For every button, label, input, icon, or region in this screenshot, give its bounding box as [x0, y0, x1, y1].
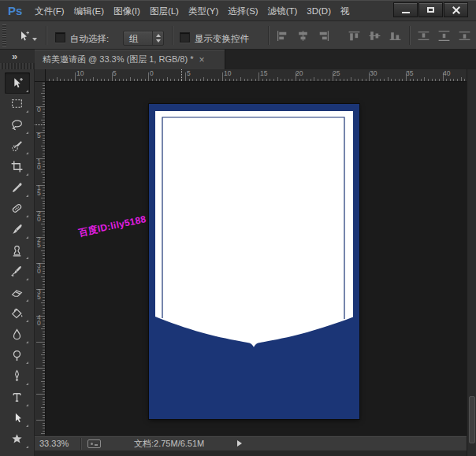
tool-eyedropper[interactable] — [5, 177, 30, 198]
distribute-vertical-centers-icon[interactable] — [437, 30, 451, 42]
ruler-tick — [43, 193, 45, 194]
ruler-tick — [71, 79, 72, 81]
ruler-label: 4 0 — [37, 315, 41, 326]
double-chevron-icon[interactable] — [12, 50, 17, 62]
tool-dodge[interactable] — [5, 345, 30, 366]
ruler-label: 20 — [296, 69, 303, 77]
tool-eraser[interactable] — [5, 282, 30, 303]
tool-rectangular-marquee[interactable] — [5, 94, 30, 115]
subtool-indicator-icon — [26, 90, 28, 92]
rectangular-marquee-tool-icon — [10, 97, 24, 110]
tool-brush[interactable] — [5, 219, 30, 240]
paint-bucket-tool-icon — [10, 306, 24, 320]
tool-type[interactable] — [5, 387, 30, 408]
tool-blur[interactable] — [5, 324, 30, 345]
cursor-position-marker — [35, 124, 45, 125]
ruler-tick — [43, 344, 45, 345]
align-top-edges-icon[interactable] — [348, 30, 361, 42]
tool-custom-shape[interactable] — [5, 428, 30, 450]
show-transform-checkbox[interactable] — [180, 32, 190, 43]
ruler-tick — [432, 79, 433, 81]
tool-paint-bucket[interactable] — [5, 303, 30, 324]
tool-clone-stamp[interactable] — [5, 240, 30, 261]
tool-path-selection[interactable] — [5, 408, 30, 429]
auto-select-target-dropdown[interactable]: 组 — [123, 31, 164, 46]
align-horizontal-centers-icon[interactable] — [296, 30, 310, 42]
ruler-tick — [366, 79, 366, 81]
minimize-button[interactable] — [393, 2, 418, 17]
tool-crop[interactable] — [5, 156, 30, 177]
ruler-tick — [43, 235, 45, 235]
align-right-edges-icon[interactable] — [317, 30, 330, 42]
ruler-tick — [43, 318, 45, 319]
auto-select-checkbox[interactable] — [55, 32, 65, 43]
ruler-tick — [43, 201, 45, 202]
ruler-tick — [43, 190, 45, 191]
ruler-tick — [41, 276, 45, 277]
panel-grip[interactable] — [0, 63, 35, 69]
align-bottom-edges-icon[interactable] — [389, 30, 402, 42]
right-arrow-icon[interactable] — [237, 440, 242, 447]
menu-item-4[interactable]: 类型(Y) — [184, 1, 223, 21]
ruler-tick — [203, 77, 204, 81]
subtool-indicator-icon — [26, 341, 28, 343]
active-tool-preset[interactable] — [17, 28, 41, 44]
options-bar-grip[interactable] — [2, 24, 6, 46]
ruler-tick — [43, 140, 45, 141]
distribute-bottom-edges-icon[interactable] — [458, 30, 471, 42]
ruler-tick — [41, 328, 45, 329]
ruler-label: 1 0 — [37, 159, 41, 170]
ruler-tick — [43, 169, 45, 170]
tools-panel-header — [0, 50, 35, 69]
tool-pen[interactable] — [5, 365, 30, 387]
ruler-tick — [399, 79, 400, 81]
tool-history-brush[interactable] — [5, 261, 30, 282]
ruler-tick — [41, 172, 45, 172]
maximize-button[interactable] — [418, 2, 443, 17]
ruler-tick — [395, 79, 396, 81]
canvas-area[interactable]: 百度ID:lily5188 — [46, 82, 467, 436]
ruler-tick — [75, 72, 76, 81]
document-canvas[interactable] — [149, 104, 359, 419]
align-left-edges-icon[interactable] — [276, 30, 289, 42]
menu-item-3[interactable]: 图层(L) — [145, 1, 184, 21]
ruler-tick — [68, 79, 69, 81]
ruler-tick — [119, 79, 120, 81]
ruler-tick — [329, 79, 329, 81]
tool-quick-selection[interactable] — [5, 135, 30, 157]
ruler-tick — [192, 79, 193, 81]
menu-item-0[interactable]: 文件(F) — [30, 1, 69, 21]
close-button[interactable] — [444, 2, 468, 17]
menu-item-8[interactable]: 视 — [336, 1, 355, 21]
ruler-tick — [43, 271, 45, 272]
distribute-top-edges-icon[interactable] — [417, 30, 430, 42]
ruler-tick — [240, 77, 241, 81]
menu-item-6[interactable]: 滤镜(T) — [263, 1, 303, 21]
tool-lasso[interactable] — [5, 114, 30, 135]
menu-item-7[interactable]: 3D(D) — [302, 1, 336, 21]
scrollbar-thumb[interactable] — [469, 396, 475, 443]
document-tab[interactable]: 精美邀请函 @ 33.3% (图层 1, RGB/8) * × — [35, 50, 225, 69]
ruler-tick — [391, 79, 392, 81]
menu-item-1[interactable]: 编辑(E) — [69, 1, 109, 21]
ruler-tick — [185, 72, 186, 81]
ruler-tick — [43, 245, 45, 246]
tool-move[interactable] — [5, 72, 30, 94]
ruler-tick — [170, 79, 171, 81]
ruler-tick — [266, 79, 267, 81]
tool-healing-brush[interactable] — [5, 198, 30, 220]
crop-tool-icon — [10, 160, 24, 173]
menu-item-5[interactable]: 选择(S) — [223, 1, 262, 21]
align-vertical-centers-icon[interactable] — [368, 30, 381, 42]
ruler-tick — [152, 79, 153, 81]
vertical-scrollbar[interactable] — [467, 69, 476, 456]
show-transform-label: 显示变换控件 — [195, 33, 249, 45]
ruler-tick — [288, 79, 289, 81]
ruler-tick — [41, 381, 45, 382]
ruler-tick — [43, 138, 45, 139]
zoom-level-field[interactable]: 33.33% — [38, 439, 77, 448]
menu-item-2[interactable]: 图像(I) — [109, 1, 145, 21]
tab-close-icon[interactable]: × — [199, 56, 205, 64]
type-tool-icon — [10, 391, 24, 404]
ruler-tick — [43, 397, 45, 398]
